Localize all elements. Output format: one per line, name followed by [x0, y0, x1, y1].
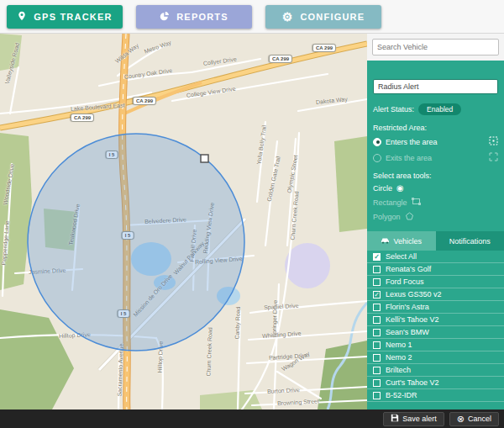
vehicle-checkbox[interactable]: [373, 354, 381, 362]
vehicle-label: Nemo 1: [386, 341, 412, 349]
sidebar-tabs: Vehicles Notifications: [367, 231, 504, 251]
save-disk-icon: [391, 414, 399, 424]
enters-area-option[interactable]: Enters the area: [373, 136, 498, 147]
rectangle-tool-icon: [412, 198, 421, 207]
save-alert-label: Save alert: [402, 415, 437, 423]
alert-status-toggle[interactable]: Enabled: [418, 103, 461, 115]
tab-notifications-label: Notifications: [449, 237, 491, 246]
alert-sidebar: Alert Status: Enabled Restricted Area: E…: [367, 34, 504, 410]
vehicle-checkbox[interactable]: ✓: [373, 291, 381, 299]
vehicle-checkbox[interactable]: [373, 329, 381, 336]
vehicle-label: Florin's Astra: [386, 303, 429, 311]
tab-vehicles-label: Vehicles: [393, 237, 422, 246]
bottom-action-bar: Save alert ⊗ Cancel: [0, 410, 504, 428]
vehicle-label: Briltech: [386, 366, 411, 374]
circle-tool-icon: ◉: [396, 184, 404, 193]
reports-label: REPORTS: [176, 12, 228, 22]
vehicle-row[interactable]: Curt's Tahoe V2: [367, 377, 504, 389]
vehicle-label: B-52-IDR: [386, 391, 417, 399]
vehicle-label: Sean's BMW: [386, 328, 429, 336]
area-tools-label: Select area tools:: [373, 172, 498, 180]
vehicle-row[interactable]: Briltech: [367, 364, 504, 377]
vehicle-row[interactable]: Renata's Golf: [367, 263, 504, 276]
alert-panel: Alert Status: Enabled Restricted Area: E…: [367, 61, 504, 410]
map-base-layer: [0, 34, 367, 410]
tool-circle-label: Circle: [373, 184, 392, 193]
vehicle-checkbox[interactable]: [373, 304, 381, 311]
vehicle-label: Nemo 2: [386, 353, 412, 362]
select-all-checkbox[interactable]: ✓: [373, 253, 381, 261]
cancel-x-icon: ⊗: [457, 415, 465, 424]
gps-tracker-label: GPS TRACKER: [34, 12, 112, 22]
tool-rectangle[interactable]: Rectangle: [373, 198, 498, 207]
vehicle-label: Renata's Golf: [386, 265, 431, 273]
vehicle-label: Ford Focus: [386, 277, 424, 286]
select-all-row[interactable]: ✓ Select All: [367, 251, 504, 263]
vehicle-label: Curt's Tahoe V2: [386, 378, 439, 387]
tool-rectangle-label: Rectangle: [373, 198, 407, 207]
alert-name-input[interactable]: [373, 79, 498, 94]
vehicle-row[interactable]: Sean's BMW: [367, 326, 504, 339]
gps-tracker-button[interactable]: GPS TRACKER: [7, 5, 123, 29]
reports-button[interactable]: REPORTS: [136, 5, 252, 29]
vehicle-checkbox[interactable]: [373, 316, 381, 324]
vehicle-icon: [381, 236, 390, 246]
configure-button[interactable]: ⚙ CONFIGURE: [265, 5, 381, 29]
vehicle-row[interactable]: Nemo 2: [367, 351, 504, 364]
alert-status-label: Alert Status:: [373, 105, 414, 114]
vehicle-row[interactable]: Florin's Astra: [367, 301, 504, 314]
vehicle-checkbox[interactable]: [373, 278, 381, 286]
vehicle-checkbox[interactable]: [373, 341, 381, 349]
restricted-area-label: Restricted Area:: [373, 124, 498, 132]
vehicle-row[interactable]: B-52-IDR: [367, 389, 504, 402]
cancel-button[interactable]: ⊗ Cancel: [449, 412, 499, 426]
gear-icon: ⚙: [282, 11, 294, 23]
vehicle-label: Kelli's Tahoe V2: [386, 315, 439, 324]
expand-arrows-icon: [489, 152, 498, 163]
vehicle-row[interactable]: Kelli's Tahoe V2: [367, 314, 504, 326]
tool-polygon-label: Polygon: [373, 213, 401, 221]
exits-area-option[interactable]: Exits the area: [373, 152, 498, 163]
vehicle-checkbox[interactable]: [373, 392, 381, 399]
marquee-select-icon: [489, 136, 498, 147]
vehicle-list: ✓ Select All Renata's GolfFord Focus✓Lex…: [367, 251, 504, 410]
tool-polygon[interactable]: Polygon: [373, 212, 498, 222]
exits-area-radio[interactable]: [373, 154, 381, 162]
save-alert-button[interactable]: Save alert: [383, 412, 444, 426]
top-toolbar: GPS TRACKER REPORTS ⚙ CONFIGURE: [0, 0, 504, 34]
pie-chart-icon: [160, 11, 170, 23]
polygon-tool-icon: [405, 212, 414, 222]
exits-area-label: Exits the area: [386, 154, 432, 162]
location-pin-icon: [17, 11, 27, 23]
vehicle-row[interactable]: Nemo 1: [367, 339, 504, 351]
vehicle-label: Lexus GS350 v2: [386, 290, 442, 299]
tool-circle[interactable]: Circle ◉: [373, 184, 498, 193]
vehicle-checkbox[interactable]: [373, 266, 381, 273]
search-vehicle-input[interactable]: [372, 39, 499, 55]
enters-area-label: Enters the area: [386, 138, 438, 146]
vehicle-checkbox[interactable]: [373, 367, 381, 374]
search-bar: [367, 34, 504, 61]
select-all-label: Select All: [386, 252, 417, 261]
map-canvas[interactable]: Valleyside RoadWilda WayMetro WayCountry…: [0, 34, 367, 410]
enters-area-radio[interactable]: [373, 138, 381, 146]
tab-vehicles[interactable]: Vehicles: [367, 231, 436, 251]
tab-notifications[interactable]: Notifications: [436, 231, 504, 251]
vehicle-row[interactable]: ✓Lexus GS350 v2: [367, 288, 504, 301]
cancel-label: Cancel: [468, 415, 491, 423]
vehicle-row[interactable]: Ford Focus: [367, 276, 504, 288]
configure-label: CONFIGURE: [300, 12, 365, 22]
vehicle-checkbox[interactable]: [373, 379, 381, 387]
